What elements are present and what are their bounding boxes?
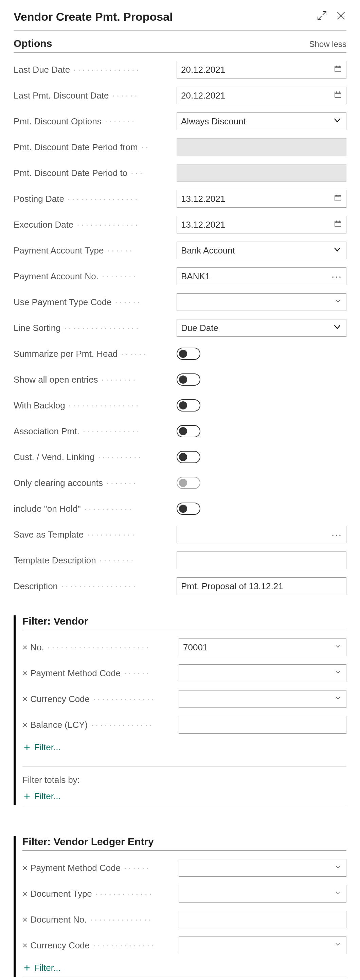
chevron-down-icon[interactable]	[334, 642, 342, 653]
input-vendor-currency-code[interactable]	[179, 690, 346, 708]
dialog-header: Vendor Create Pmt. Proposal	[14, 10, 346, 31]
label-last-due-date: Last Due Date···············	[14, 65, 177, 75]
filter-vendor-section: Filter: Vendor No.······················…	[14, 616, 346, 805]
row-execution-date: Execution Date·············· 13.12.2021	[14, 216, 346, 234]
add-filter-vle[interactable]: + Filter...	[24, 963, 346, 973]
input-vendor-balance-lcy[interactable]	[179, 716, 346, 733]
calendar-icon[interactable]	[334, 194, 342, 204]
label-vendor-no[interactable]: No.·······················	[22, 642, 179, 653]
svg-rect-1	[335, 92, 341, 97]
toggle-association-pmt[interactable]	[177, 425, 200, 438]
label-pmt-discount-date-from: Pmt. Discount Date Period from··	[14, 142, 177, 153]
label-posting-date: Posting Date················	[14, 194, 177, 204]
input-vle-currency-code[interactable]	[179, 937, 346, 954]
label-only-clearing-accounts: Only clearing accounts·······	[14, 478, 177, 488]
input-last-pmt-discount-date[interactable]: 20.12.2021	[177, 87, 346, 104]
calendar-icon[interactable]	[334, 91, 342, 101]
label-vle-payment-method-code[interactable]: Payment Method Code······	[22, 863, 179, 873]
plus-icon: +	[24, 791, 30, 802]
row-only-clearing-accounts: Only clearing accounts·······	[14, 474, 346, 492]
add-filter-vendor[interactable]: + Filter...	[24, 742, 346, 752]
toggle-cust-vend-linking[interactable]	[177, 451, 200, 463]
filter-vle-section: Filter: Vendor Ledger Entry Payment Meth…	[14, 836, 346, 977]
filter-totals-by-label: Filter totals by:	[22, 766, 346, 785]
toggle-include-on-hold[interactable]	[177, 503, 200, 515]
toggle-show-all-open-entries[interactable]	[177, 374, 200, 386]
chevron-down-icon[interactable]	[333, 322, 342, 334]
input-vendor-payment-method-code[interactable]	[179, 664, 346, 682]
row-pmt-discount-options: Pmt. Discount Options······· Always Disc…	[14, 113, 346, 130]
row-pmt-discount-date-from: Pmt. Discount Date Period from··	[14, 138, 346, 156]
label-vendor-balance-lcy[interactable]: Balance (LCY)··············	[22, 720, 179, 730]
filter-vle-header: Filter: Vendor Ledger Entry	[22, 836, 346, 851]
add-filter-totals[interactable]: + Filter...	[24, 791, 346, 802]
label-template-description: Template Description········	[14, 555, 177, 566]
toggle-only-clearing-accounts[interactable]	[177, 477, 200, 489]
label-summarize-per-pmt-head: Summarize per Pmt. Head······	[14, 348, 177, 359]
chevron-down-icon[interactable]	[334, 668, 342, 679]
label-vendor-payment-method-code[interactable]: Payment Method Code······	[22, 668, 179, 679]
label-pmt-discount-date-to: Pmt. Discount Date Period to···	[14, 168, 177, 178]
row-vendor-balance-lcy: Balance (LCY)··············	[22, 716, 346, 733]
row-payment-account-type: Payment Account Type······ Bank Account	[14, 242, 346, 259]
row-association-pmt: Association Pmt.·············	[14, 422, 346, 440]
label-cust-vend-linking: Cust. / Vend. Linking··········	[14, 452, 177, 463]
row-summarize-per-pmt-head: Summarize per Pmt. Head······	[14, 345, 346, 363]
expand-icon[interactable]	[317, 10, 327, 24]
toggle-summarize-per-pmt-head[interactable]	[177, 348, 200, 360]
input-template-description[interactable]	[177, 552, 346, 569]
row-vendor-payment-method-code: Payment Method Code······	[22, 664, 346, 682]
label-pmt-discount-options: Pmt. Discount Options·······	[14, 116, 177, 127]
input-last-due-date[interactable]: 20.12.2021	[177, 61, 346, 78]
label-show-all-open-entries: Show all open entries········	[14, 374, 177, 385]
show-less-link[interactable]: Show less	[309, 40, 346, 49]
toggle-with-backlog[interactable]	[177, 399, 200, 412]
label-vle-currency-code[interactable]: Currency Code··············	[22, 940, 179, 951]
select-pmt-discount-options[interactable]: Always Discount	[177, 113, 346, 130]
row-save-as-template: Save as Template··········· ···	[14, 526, 346, 543]
input-posting-date[interactable]: 13.12.2021	[177, 190, 346, 208]
chevron-down-icon[interactable]	[333, 245, 342, 256]
row-show-all-open-entries: Show all open entries········	[14, 371, 346, 388]
close-icon[interactable]	[336, 10, 346, 24]
options-title: Options	[14, 38, 52, 49]
calendar-icon[interactable]	[334, 220, 342, 230]
input-vle-payment-method-code[interactable]	[179, 859, 346, 877]
select-line-sorting[interactable]: Due Date	[177, 319, 346, 337]
select-payment-account-type[interactable]: Bank Account	[177, 242, 346, 259]
plus-icon: +	[24, 742, 30, 752]
row-with-backlog: With Backlog················	[14, 396, 346, 414]
input-pmt-discount-date-to	[177, 164, 346, 182]
calendar-icon[interactable]	[334, 65, 342, 75]
svg-rect-0	[335, 66, 341, 72]
label-with-backlog: With Backlog················	[14, 400, 177, 411]
select-use-payment-type-code[interactable]	[177, 293, 346, 311]
chevron-down-icon[interactable]	[334, 694, 342, 705]
filter-vle-title: Filter: Vendor Ledger Entry	[22, 836, 154, 848]
divider	[22, 977, 346, 977]
label-vle-document-type[interactable]: Document Type·············	[22, 889, 179, 899]
chevron-down-icon[interactable]	[334, 863, 342, 873]
input-save-as-template[interactable]: ···	[177, 526, 346, 543]
row-vendor-currency-code: Currency Code··············	[22, 690, 346, 708]
lookup-icon[interactable]: ···	[331, 533, 342, 536]
input-execution-date[interactable]: 13.12.2021	[177, 216, 346, 234]
lookup-icon[interactable]: ···	[331, 275, 342, 278]
label-vendor-currency-code[interactable]: Currency Code··············	[22, 694, 179, 705]
label-include-on-hold: include "on Hold"···········	[14, 504, 177, 514]
input-pmt-discount-date-from	[177, 138, 346, 156]
label-vle-document-no[interactable]: Document No.··············	[22, 915, 179, 925]
label-description: Description·················	[14, 581, 177, 592]
row-vle-document-type: Document Type·············	[22, 885, 346, 902]
row-template-description: Template Description········	[14, 552, 346, 569]
input-vle-document-type[interactable]	[179, 885, 346, 902]
chevron-down-icon[interactable]	[334, 940, 342, 951]
input-vle-document-no[interactable]	[179, 911, 346, 928]
chevron-down-icon[interactable]	[334, 889, 342, 899]
chevron-down-icon[interactable]	[333, 116, 342, 127]
input-description[interactable]: Pmt. Proposal of 13.12.21	[177, 578, 346, 595]
row-vendor-no: No.······················· 70001	[22, 638, 346, 656]
chevron-down-icon[interactable]	[334, 297, 342, 307]
input-vendor-no[interactable]: 70001	[179, 638, 346, 656]
input-payment-account-no[interactable]: BANK1 ···	[177, 267, 346, 285]
